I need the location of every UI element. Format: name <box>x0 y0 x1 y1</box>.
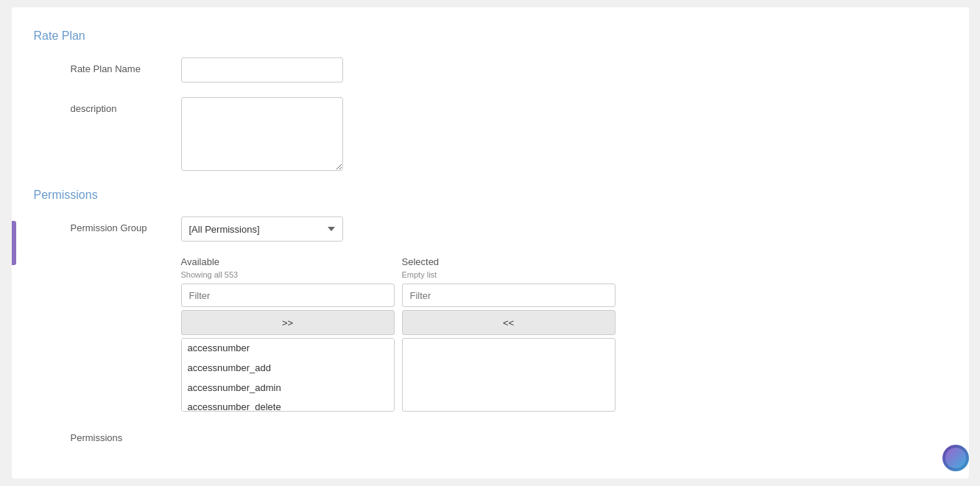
avatar-icon[interactable] <box>942 445 969 471</box>
transfer-lists-row: Available Showing all 553 >> accessnumbe… <box>181 256 947 412</box>
transfer-left-icon: << <box>503 317 514 328</box>
permissions-section: Permissions Permission Group [All Permis… <box>34 189 947 443</box>
rate-plan-name-wrap <box>181 57 549 82</box>
list-item[interactable]: accessnumber_delete <box>182 398 394 412</box>
permissions-field-label: Permissions <box>34 426 181 443</box>
transfer-all-right-button[interactable]: >> <box>181 310 395 335</box>
permission-group-select[interactable]: [All Permissions] <box>181 216 343 242</box>
transfer-right-icon: >> <box>282 317 293 328</box>
list-item[interactable]: accessnumber_admin <box>182 378 394 398</box>
rate-plan-name-row: Rate Plan Name <box>34 57 947 82</box>
rate-plan-section: Rate Plan Rate Plan Name description <box>34 29 947 174</box>
rate-plan-name-input[interactable] <box>181 57 343 82</box>
side-tab[interactable] <box>12 221 16 265</box>
selected-filter-input[interactable] <box>402 284 616 307</box>
description-input[interactable] <box>181 97 343 171</box>
permission-group-wrap: [All Permissions] <box>181 216 549 242</box>
selected-list[interactable] <box>402 338 616 412</box>
available-panel: Available Showing all 553 >> accessnumbe… <box>181 256 395 412</box>
permission-group-label: Permission Group <box>34 216 181 233</box>
description-wrap <box>181 97 549 174</box>
selected-header: Selected <box>402 256 616 267</box>
available-filter-input[interactable] <box>181 284 395 307</box>
permissions-label-row: Permissions <box>34 426 947 443</box>
main-container: Rate Plan Rate Plan Name description Per… <box>12 7 969 479</box>
permission-group-row: Permission Group [All Permissions] <box>34 216 947 242</box>
rate-plan-name-label: Rate Plan Name <box>34 57 181 74</box>
selected-subheader: Empty list <box>402 270 616 279</box>
available-list[interactable]: accessnumber accessnumber_add accessnumb… <box>181 338 395 412</box>
permissions-title: Permissions <box>34 189 947 202</box>
transfer-all-left-button[interactable]: << <box>402 310 616 335</box>
rate-plan-title: Rate Plan <box>34 29 947 43</box>
available-header: Available <box>181 256 395 267</box>
available-subheader: Showing all 553 <box>181 270 395 279</box>
list-item[interactable]: accessnumber_add <box>182 359 394 378</box>
list-item[interactable]: accessnumber <box>182 339 394 359</box>
selected-panel: Selected Empty list << <box>402 256 616 412</box>
avatar-inner <box>945 448 966 468</box>
description-row: description <box>34 97 947 174</box>
description-label: description <box>34 97 181 114</box>
